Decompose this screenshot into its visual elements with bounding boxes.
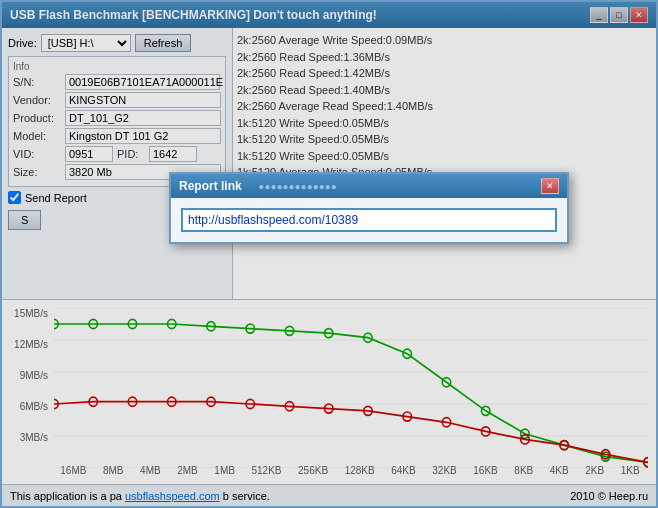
product-label: Product:	[13, 112, 61, 124]
model-row: Model: Kingston DT 101 G2	[13, 128, 221, 144]
log-line: 2k:2560 Read Speed:1.36MB/s	[237, 49, 652, 66]
bottom-right-text: 2010 © Heep.ru	[570, 490, 648, 502]
modal-close-button[interactable]: ✕	[541, 178, 559, 194]
window-controls: _ □ ✕	[590, 7, 648, 23]
log-panel: 2k:2560 Average Write Speed:0.09MB/s2k:2…	[232, 28, 656, 299]
chart-area: 15MB/s 12MB/s 9MB/s 6MB/s 3MB/s	[2, 299, 656, 484]
log-line: 2k:2560 Read Speed:1.40MB/s	[237, 82, 652, 99]
model-label: Model:	[13, 130, 61, 142]
modal-title-bar: Report link ●●●●●●●●●●●●● ✕	[171, 174, 567, 198]
drive-row: Drive: [USB] H:\ Refresh	[8, 34, 226, 52]
report-url-input[interactable]	[181, 208, 557, 232]
report-link-modal: Report link ●●●●●●●●●●●●● ✕	[169, 172, 569, 244]
main-window: USB Flash Benchmark [BENCHMARKING] Don't…	[0, 0, 658, 508]
y-axis-labels: 15MB/s 12MB/s 9MB/s 6MB/s 3MB/s	[10, 308, 52, 443]
usbflashspeed-link[interactable]: usbflashspeed.com	[125, 490, 220, 502]
minimize-button[interactable]: _	[590, 7, 608, 23]
log-line: 2k:2560 Average Write Speed:0.09MB/s	[237, 32, 652, 49]
log-line: 1k:5120 Write Speed:0.05MB/s	[237, 131, 652, 148]
log-line: 2k:2560 Average Read Speed:1.40MB/s	[237, 98, 652, 115]
product-value: DT_101_G2	[65, 110, 221, 126]
pid-value: 1642	[149, 146, 197, 162]
log-line: 2k:2560 Read Speed:1.42MB/s	[237, 65, 652, 82]
sn-row: S/N: 0019E06B7101EA71A000011E	[13, 74, 221, 90]
log-line: 1k:5120 Write Speed:0.05MB/s	[237, 115, 652, 132]
maximize-button[interactable]: □	[610, 7, 628, 23]
vendor-label: Vendor:	[13, 94, 61, 106]
bottom-left-text: This application is a pa usbflashspeed.c…	[10, 490, 270, 502]
bottom-bar: This application is a pa usbflashspeed.c…	[2, 484, 656, 506]
send-report-checkbox[interactable]	[8, 191, 21, 204]
sn-value: 0019E06B7101EA71A000011E	[65, 74, 220, 90]
vendor-row: Vendor: KINGSTON	[13, 92, 221, 108]
info-section: Info S/N: 0019E06B7101EA71A000011E Vendo…	[8, 56, 226, 187]
info-label: Info	[13, 61, 221, 72]
start-button[interactable]: S	[8, 210, 41, 230]
product-row: Product: DT_101_G2	[13, 110, 221, 126]
send-report-label: Send Report	[25, 192, 87, 204]
window-title: USB Flash Benchmark [BENCHMARKING] Don't…	[10, 8, 377, 22]
drive-select[interactable]: [USB] H:\	[41, 34, 131, 52]
vid-pid-row: VID: 0951 PID: 1642	[13, 146, 221, 162]
vid-label: VID:	[13, 148, 61, 160]
log-line: 1k:5120 Write Speed:0.05MB/s	[237, 148, 652, 165]
vid-value: 0951	[65, 146, 113, 162]
left-panel: Drive: [USB] H:\ Refresh Info S/N: 0019E…	[2, 28, 232, 299]
size-label: Size:	[13, 166, 61, 178]
main-content: Drive: [USB] H:\ Refresh Info S/N: 0019E…	[2, 28, 656, 299]
pid-label: PID:	[117, 148, 145, 160]
sn-label: S/N:	[13, 76, 61, 88]
refresh-button[interactable]: Refresh	[135, 34, 192, 52]
model-value: Kingston DT 101 G2	[65, 128, 221, 144]
modal-title: Report link ●●●●●●●●●●●●●	[179, 179, 337, 193]
benchmark-chart	[54, 308, 648, 468]
vendor-value: KINGSTON	[65, 92, 221, 108]
title-bar: USB Flash Benchmark [BENCHMARKING] Don't…	[2, 2, 656, 28]
close-button[interactable]: ✕	[630, 7, 648, 23]
drive-label: Drive:	[8, 37, 37, 49]
modal-content	[171, 198, 567, 242]
